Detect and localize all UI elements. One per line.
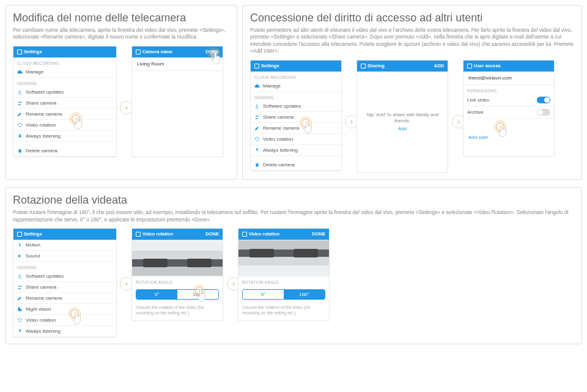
angle-180[interactable]: 180° [284, 290, 325, 299]
row-rotation[interactable]: Video rotation [13, 120, 116, 131]
preview-image [132, 240, 223, 276]
phone-rotation-0: Video rotationDONE ROTATION ANGLE 0° 180… [131, 228, 223, 321]
svg-point-1 [20, 102, 21, 103]
row-live[interactable]: Live video [463, 94, 554, 106]
svg-rect-5 [256, 148, 257, 151]
row-archive[interactable]: Archive [463, 106, 554, 119]
toggle-off[interactable] [537, 109, 550, 116]
pencil-icon [17, 295, 23, 301]
rotate-icon [136, 232, 141, 237]
svg-rect-9 [19, 329, 20, 332]
motion-icon [17, 242, 23, 248]
row-share[interactable]: Share camera [13, 98, 116, 109]
titlebar: Settings [13, 46, 116, 57]
title-rotation: Rotazione della videata [13, 194, 574, 207]
night-icon [17, 306, 23, 312]
row-delete[interactable]: Delete camera [13, 146, 116, 157]
svg-point-4 [257, 116, 259, 117]
add-link[interactable]: Add [361, 126, 444, 132]
card-sharing: Concessione del diritto di accesso ad al… [242, 5, 582, 180]
angle-0[interactable]: 0° [243, 290, 284, 299]
desc-rotation: Potete ruotare l'immagine di 180°, il ch… [13, 209, 574, 223]
phone-user-access: User access friend@ivideon.com PERMISSIO… [463, 60, 555, 157]
preview-image-flipped [238, 240, 329, 276]
angle-0[interactable]: 0° [136, 290, 177, 299]
add-button[interactable]: ADD [434, 63, 444, 68]
svg-point-8 [20, 286, 21, 287]
pencil-icon [17, 111, 23, 117]
email-input[interactable]: friend@ivideon.com [463, 72, 554, 85]
trash-icon [17, 148, 23, 153]
rotate-icon [242, 232, 247, 237]
svg-point-7 [18, 286, 20, 287]
done-button[interactable]: DONE [205, 49, 219, 54]
download-icon [17, 273, 23, 279]
rotate-icon [17, 122, 23, 128]
row-updates[interactable]: Software updates [13, 87, 116, 98]
angle-segmented[interactable]: 0° 180° [136, 289, 219, 300]
trash-icon [254, 162, 260, 168]
settings-icon [17, 50, 22, 54]
pencil-icon [254, 125, 260, 131]
row-manage[interactable]: Manage [13, 67, 116, 78]
mic-icon [17, 133, 23, 139]
phone-settings: Settings CLOUD RECORDING Manage GENERAL … [250, 60, 342, 171]
rotate-icon [254, 136, 260, 142]
share-note: Tap 'Add' to share with family and frien… [357, 108, 448, 136]
camera-name-input[interactable]: Living Room [132, 57, 223, 71]
titlebar: Camera name DONE [132, 46, 223, 57]
row-rename[interactable]: Rename camera [13, 109, 116, 120]
settings-icon [254, 64, 259, 68]
mic-icon [17, 328, 23, 334]
cloud-icon [254, 83, 260, 89]
download-icon [17, 89, 23, 95]
card-rotation: Rotazione della videata Potete ruotare l… [5, 187, 582, 344]
svg-point-3 [256, 116, 257, 117]
done-button[interactable]: DONE [312, 231, 325, 237]
phone-sharing: SharingADD Tap 'Add' to share with famil… [356, 60, 448, 173]
share-icon [17, 284, 23, 290]
toggle-on[interactable] [537, 97, 550, 103]
angle-segmented[interactable]: 0° 180° [242, 289, 325, 300]
svg-point-0 [18, 102, 20, 103]
download-icon [254, 103, 260, 109]
share-icon [254, 114, 260, 120]
mic-icon [254, 147, 260, 153]
row-listen[interactable]: Always listening [13, 131, 116, 142]
share-icon [17, 100, 23, 106]
card-rename: Modifica del nome delle telecamera Per c… [5, 5, 237, 180]
phone-rotation-180: Video rotationDONE ROTATION ANGLE 0° 180… [238, 228, 330, 321]
angle-180[interactable]: 180° [177, 290, 218, 299]
user-icon [467, 64, 472, 68]
title-rename: Modifica del nome delle telecamera [13, 12, 229, 24]
desc-rename: Per cambiare nome alla telecamera, aprit… [13, 27, 229, 41]
sound-icon [17, 253, 23, 259]
share-icon [361, 64, 366, 68]
phone-settings: Settings Motion Sound GENERAL Software u… [13, 228, 117, 338]
title-sharing: Concessione del diritto di accesso ad al… [250, 12, 574, 24]
settings-icon [17, 232, 22, 237]
phone-camera-name: Camera name DONE Living Room [131, 46, 223, 157]
done-button[interactable]: DONE [205, 231, 219, 237]
camera-icon [136, 50, 141, 54]
add-user-button[interactable]: Add user [463, 131, 554, 144]
cloud-icon [17, 69, 23, 75]
rotate-icon [17, 317, 23, 323]
desc-sharing: Potete permettere ad altri utenti di vis… [250, 27, 574, 55]
phone-settings: Settings CLOUD RECORDING Manage GENERAL … [13, 46, 117, 157]
